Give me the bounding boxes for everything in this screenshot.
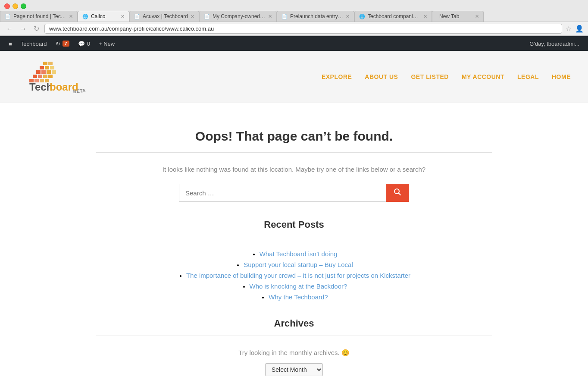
error-subtitle: It looks like nothing was found at this … — [96, 166, 492, 173]
maximize-button[interactable] — [21, 3, 26, 9]
wp-logo-item[interactable]: ■ — [4, 36, 16, 51]
list-item: Who is knocking at the Backdoor? — [250, 283, 347, 290]
tab-label: Page not found | Techb... — [13, 13, 66, 19]
tab-favicon: 📄 — [134, 14, 140, 19]
updates-count: 7 — [63, 41, 69, 47]
divider-archives — [96, 336, 492, 336]
search-input[interactable] — [179, 184, 386, 202]
tab-favicon: 📄 — [281, 14, 288, 19]
tab-close-icon[interactable]: ✕ — [268, 14, 272, 19]
reload-button[interactable]: ↻ — [32, 24, 41, 34]
svg-text:BETA: BETA — [73, 88, 86, 94]
tab-close-icon[interactable]: ✕ — [475, 14, 479, 19]
tab-label: Prelaunch data entry | T... — [290, 13, 343, 19]
svg-rect-10 — [38, 75, 42, 78]
nav-get-listed[interactable]: GET LISTED — [411, 73, 448, 80]
post-link-post1[interactable]: What Techboard isn’t doing — [260, 250, 338, 258]
svg-rect-5 — [36, 70, 41, 74]
browser-tab-tab5[interactable]: 📄Prelaunch data entry | T...✕ — [277, 11, 354, 22]
svg-rect-4 — [50, 66, 54, 69]
post-link-post3[interactable]: The importance of building your crowd – … — [186, 272, 410, 279]
tab-favicon: 🌐 — [82, 14, 88, 19]
nav-legal[interactable]: LEGAL — [517, 73, 539, 80]
svg-rect-12 — [48, 75, 53, 78]
main-content: Oops! That page can’t be found. It looks… — [87, 103, 501, 380]
list-item: The importance of building your crowd – … — [186, 272, 410, 279]
recent-posts-list: What Techboard isn’t doingSupport your l… — [96, 250, 492, 301]
logo-svg: Tech board BETA — [17, 60, 103, 94]
tab-close-icon[interactable]: ✕ — [423, 14, 427, 19]
tab-label: Calico — [91, 13, 105, 19]
address-input[interactable]: www.techboard.com.au/company-profile/cal… — [44, 24, 562, 34]
svg-rect-9 — [33, 75, 37, 78]
post-link-post5[interactable]: Why the Techboard? — [269, 293, 328, 301]
bookmark-icon[interactable]: ☆ — [566, 25, 572, 33]
updates-icon: ↻ — [56, 41, 60, 47]
list-item: Support your local startup – Buy Local — [244, 261, 353, 268]
tab-favicon: 📄 — [204, 14, 210, 19]
nav-my-account[interactable]: MY ACCOUNT — [462, 73, 504, 80]
greeting-text: G'day, tboardadmi... — [529, 41, 579, 47]
site-logo[interactable]: Tech board BETA — [17, 60, 103, 94]
nav-about-us[interactable]: ABOUT US — [365, 73, 398, 80]
browser-chrome: 📄Page not found | Techb...✕🌐Calico✕📄Acuv… — [0, 0, 588, 36]
tab-bar: 📄Page not found | Techb...✕🌐Calico✕📄Acuv… — [0, 9, 588, 22]
site-nav: EXPLORE ABOUT US GET LISTED MY ACCOUNT L… — [322, 73, 571, 80]
tab-close-icon[interactable]: ✕ — [69, 14, 73, 19]
svg-rect-1 — [48, 62, 53, 65]
svg-rect-11 — [43, 75, 47, 78]
forward-button[interactable]: → — [18, 24, 28, 34]
nav-explore[interactable]: EXPLORE — [322, 73, 352, 80]
profile-icon[interactable]: 👤 — [575, 25, 584, 33]
tab-label: Acuvax | Techboard — [143, 13, 188, 19]
tab-label: Techboard companies li... — [368, 13, 421, 19]
browser-tab-tab7[interactable]: New Tab✕ — [432, 11, 484, 22]
site-header: Tech board BETA EXPLORE ABOUT US GET LIS… — [0, 51, 588, 103]
new-label: + New — [99, 41, 115, 47]
post-link-post2[interactable]: Support your local startup – Buy Local — [244, 261, 353, 268]
close-button[interactable] — [4, 3, 10, 9]
month-select[interactable]: Select MonthJanuary 2015February 2015Mar… — [265, 363, 323, 376]
wp-comments[interactable]: 💬 0 — [74, 36, 94, 51]
comments-icon: 💬 — [78, 41, 85, 47]
wp-logo-icon: ■ — [9, 41, 12, 47]
svg-rect-6 — [41, 70, 46, 74]
archives-subtitle: Try looking in the monthly archives. 😊 — [96, 349, 492, 357]
wp-site-name[interactable]: Techboard — [16, 36, 51, 51]
browser-tab-tab3[interactable]: 📄Acuvax | Techboard✕ — [129, 11, 199, 22]
search-wrap — [96, 184, 492, 202]
svg-rect-0 — [43, 62, 47, 65]
divider-top — [96, 152, 492, 153]
tab-close-icon[interactable]: ✕ — [346, 14, 350, 19]
browser-tab-tab4[interactable]: 📄My Company-owned Pr...✕ — [199, 11, 277, 22]
wp-updates[interactable]: ↻ 7 — [51, 36, 74, 51]
select-wrap: Select MonthJanuary 2015February 2015Mar… — [96, 363, 492, 376]
archives-title: Archives — [96, 318, 492, 329]
back-button[interactable]: ← — [4, 24, 15, 34]
tab-label: My Company-owned Pr... — [213, 13, 266, 19]
wp-greeting: G'day, tboardadmi... — [529, 41, 584, 47]
wp-new[interactable]: + New — [94, 36, 119, 51]
browser-tab-tab2[interactable]: 🌐Calico✕ — [78, 11, 129, 22]
tab-close-icon[interactable]: ✕ — [121, 14, 125, 19]
minimize-button[interactable] — [13, 3, 18, 9]
search-icon — [394, 188, 401, 196]
nav-home[interactable]: HOME — [552, 73, 571, 80]
search-button[interactable] — [386, 184, 409, 202]
tab-close-icon[interactable]: ✕ — [191, 14, 194, 19]
comments-count: 0 — [87, 41, 90, 47]
list-item: What Techboard isn’t doing — [260, 250, 338, 258]
svg-rect-8 — [52, 70, 56, 74]
svg-line-21 — [399, 193, 401, 195]
browser-tab-tab6[interactable]: 🌐Techboard companies li...✕ — [354, 11, 432, 22]
recent-posts-title: Recent Posts — [96, 219, 492, 230]
address-bar-row: ← → ↻ www.techboard.com.au/company-profi… — [0, 22, 588, 36]
error-title: Oops! That page can’t be found. — [96, 129, 492, 144]
tab-favicon: 📄 — [5, 14, 11, 19]
traffic-lights — [0, 0, 588, 9]
tab-label: New Tab — [439, 13, 459, 19]
browser-tab-tab1[interactable]: 📄Page not found | Techb...✕ — [0, 11, 78, 22]
list-item: Why the Techboard? — [269, 293, 328, 301]
tab-favicon: 🌐 — [359, 14, 365, 19]
post-link-post4[interactable]: Who is knocking at the Backdoor? — [250, 283, 347, 290]
